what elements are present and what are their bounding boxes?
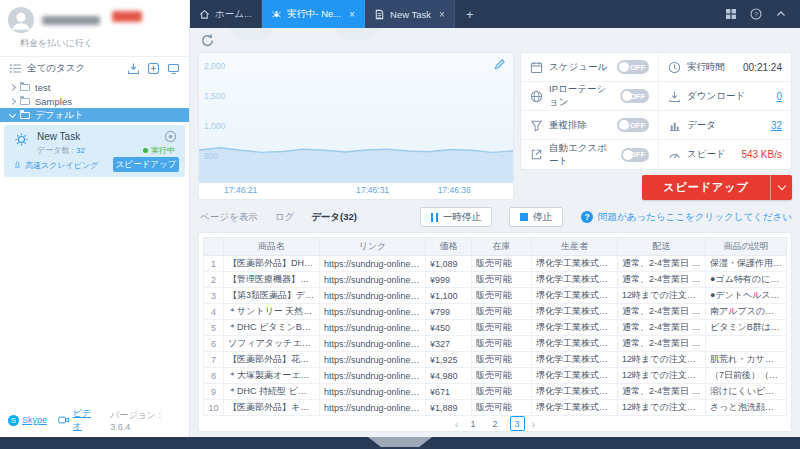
globe-icon [530, 90, 543, 103]
chart-area [199, 148, 513, 182]
titlebar: ホーム...実行中- Ne...×New Task× + ? [190, 0, 800, 28]
table-row[interactable]: 8＊大塚製薬オーエスワン...https://sundrug-online.c.… [204, 368, 787, 384]
stat-label: 実行時間 [687, 61, 725, 74]
apps-grid-icon[interactable] [725, 8, 737, 20]
row-index: 6 [204, 336, 224, 352]
cell: 通常、2-4営業日 当日... [618, 320, 706, 336]
stop-button[interactable]: 停止 [509, 207, 563, 227]
cell: 12時までの注文で当日... [618, 288, 706, 304]
tab-0[interactable]: ホーム... [190, 0, 262, 28]
cell: https://sundrug-online.c... [320, 336, 426, 352]
pause-button[interactable]: 一時停止 [420, 207, 492, 227]
table-row[interactable]: 5＊DHC ビタミンBミック...https://sundrug-online.… [204, 320, 787, 336]
refresh-icon[interactable] [200, 33, 215, 48]
tab-1[interactable]: 実行中- Ne...× [262, 0, 365, 28]
table-row[interactable]: 7【医薬部外品】花王 キ...https://sundrug-online.c.… [204, 352, 787, 368]
spider-icon [271, 9, 282, 20]
help-link[interactable]: ?問題があったらここをクリックしてください [581, 211, 792, 224]
sidebar-item-2[interactable]: デフォルト [0, 108, 189, 122]
table-row[interactable]: 1【医薬部外品】DHC 薬...https://sundrug-online.c… [204, 256, 787, 272]
cell: ¥1,925 [426, 352, 472, 368]
tab-2[interactable]: New Task× [365, 0, 455, 28]
toggle-off[interactable]: OFF [621, 148, 649, 162]
cell: https://sundrug-online.c... [320, 368, 426, 384]
col-header-2[interactable]: 価格 [426, 238, 472, 256]
content-tab-2[interactable]: データ(32) [311, 211, 357, 224]
col-header-6[interactable]: 商品の説明 [706, 238, 787, 256]
page-1[interactable]: 1 [466, 416, 481, 431]
tab-label: New Task [390, 9, 431, 20]
close-icon[interactable]: × [349, 9, 355, 20]
content-tab-0[interactable]: ページを表示 [200, 211, 258, 224]
next-page-button[interactable]: › [532, 418, 536, 430]
main-content: 2,0001,5001,000500 17:46:2117:46:3117:46… [190, 28, 800, 437]
speedup-dropdown[interactable] [770, 175, 792, 200]
row-index: 7 [204, 352, 224, 368]
task-speedup-button[interactable]: スピードアップ [113, 157, 179, 172]
add-task-icon[interactable] [147, 62, 160, 75]
setting-label: 重複排除 [549, 119, 587, 132]
toggle-off[interactable]: OFF [620, 89, 649, 103]
sidebar-item-1[interactable]: Samples [0, 94, 189, 108]
skype-link[interactable]: SSkype [8, 415, 47, 426]
page-2[interactable]: 2 [488, 416, 503, 431]
setting-1: IPローテーションOFF [521, 82, 659, 110]
table-row[interactable]: 3【第3類医薬品】デント...https://sundrug-online.c.… [204, 288, 787, 304]
stat-value[interactable]: 32 [771, 120, 782, 131]
table-row[interactable]: 4＊サントリー 天然水 2Lhttps://sundrug-online.c..… [204, 304, 787, 320]
import-task-icon[interactable] [127, 62, 140, 75]
toggle-off[interactable]: OFF [617, 60, 649, 74]
folder-icon [20, 98, 30, 105]
cell: 12時までの注文で当日... [618, 400, 706, 416]
task-status: 実行中 [143, 145, 175, 156]
pagination: ‹123› [199, 416, 791, 431]
stat-value: 543 KB/s [741, 149, 782, 160]
row-index: 5 [204, 320, 224, 336]
col-header-5[interactable]: 配送 [618, 238, 706, 256]
col-header-1[interactable]: リンク [320, 238, 426, 256]
settings-row-0: スケジュールOFF実行時間00:21:24 [521, 53, 791, 82]
task-tree: testSamplesデフォルト [0, 80, 189, 122]
video-link[interactable]: ビデオ [58, 407, 99, 433]
page-3[interactable]: 3 [510, 416, 525, 431]
new-tab-button[interactable]: + [455, 0, 485, 28]
collapse-handle-bottom[interactable] [368, 437, 432, 447]
row-index: 3 [204, 288, 224, 304]
cell: 販売可能 [472, 352, 532, 368]
cell: https://sundrug-online.c... [320, 320, 426, 336]
record-circle-icon[interactable] [164, 130, 177, 143]
stat-value[interactable]: 0 [776, 91, 782, 102]
table-row[interactable]: 9＊DHC 持続型 ビタミン...https://sundrug-online.… [204, 384, 787, 400]
cell: https://sundrug-online.c... [320, 256, 426, 272]
pay-link[interactable]: 料金を払いに行く [20, 37, 189, 50]
table-row[interactable]: 2【管理医療機器】サガ...https://sundrug-online.c..… [204, 272, 787, 288]
table-row[interactable]: 6ソフィアタッチエコ ソ...https://sundrug-online.c.… [204, 336, 787, 352]
cell: 堺化学工業株式会社 [532, 336, 618, 352]
collapse-handle[interactable] [334, 28, 380, 40]
task-card[interactable]: New Task データ数 : 32 実行中 高速スクレイピング スピードアップ [4, 125, 185, 177]
help-icon[interactable]: ? [750, 8, 762, 20]
col-header-4[interactable]: 生産者 [532, 238, 618, 256]
user-profile[interactable] [0, 0, 189, 35]
table-row[interactable]: 10【医薬部外品】キュレ...https://sundrug-online.c.… [204, 400, 787, 416]
content-tab-1[interactable]: ログ [275, 211, 294, 224]
sidebar-item-0[interactable]: test [0, 80, 189, 94]
col-header-0[interactable]: 商品名 [224, 238, 320, 256]
cell: 【医薬部外品】花王 キ... [224, 352, 320, 368]
edit-pencil-icon[interactable] [494, 58, 506, 70]
close-icon[interactable]: × [439, 9, 445, 20]
prev-page-button[interactable]: ‹ [455, 418, 459, 430]
cell: https://sundrug-online.c... [320, 304, 426, 320]
toggle-off[interactable]: OFF [617, 118, 649, 132]
cell: 販売可能 [472, 336, 532, 352]
cell: ¥1,100 [426, 288, 472, 304]
traffic-chart [199, 53, 513, 182]
export-task-icon[interactable] [167, 62, 180, 75]
task-actions [127, 62, 180, 75]
col-header-3[interactable]: 在庫 [472, 238, 532, 256]
collapse-handle[interactable] [228, 28, 274, 40]
download-icon [668, 90, 681, 103]
collapse-icon[interactable] [775, 8, 787, 20]
speedup-button[interactable]: スピードアップ [642, 175, 792, 200]
export-icon [530, 148, 543, 161]
